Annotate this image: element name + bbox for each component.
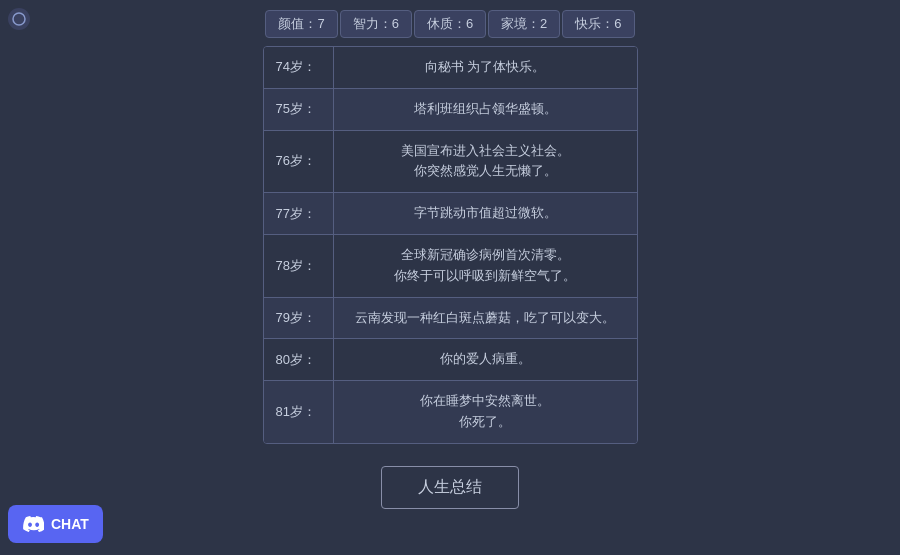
event-age: 80岁： [264,339,334,380]
event-row: 77岁：字节跳动市值超过微软。 [264,193,637,235]
event-row: 75岁：塔利班组织占领华盛顿。 [264,89,637,131]
event-age: 79岁： [264,298,334,339]
event-text: 你的爱人病重。 [334,339,637,380]
event-text: 云南发现一种红白斑点蘑菇，吃了可以变大。 [334,298,637,339]
event-age: 75岁： [264,89,334,130]
events-table: 74岁：向秘书 为了体快乐。75岁：塔利班组织占领华盛顿。76岁：美国宣布进入社… [263,46,638,444]
event-text: 向秘书 为了体快乐。 [334,47,637,88]
logo-icon [8,8,30,30]
summary-button[interactable]: 人生总结 [381,466,519,509]
event-text: 字节跳动市值超过微软。 [334,193,637,234]
event-row: 81岁：你在睡梦中安然离世。你死了。 [264,381,637,443]
stat-item: 快乐：6 [562,10,634,38]
stat-item: 家境：2 [488,10,560,38]
event-row: 76岁：美国宣布进入社会主义社会。你突然感觉人生无懒了。 [264,131,637,194]
stat-item: 颜值：7 [265,10,337,38]
svg-point-0 [13,13,25,25]
event-row: 79岁：云南发现一种红白斑点蘑菇，吃了可以变大。 [264,298,637,340]
event-row: 78岁：全球新冠确诊病例首次清零。你终于可以呼吸到新鲜空气了。 [264,235,637,298]
event-age: 76岁： [264,131,334,193]
stats-bar: 颜值：7智力：6休质：6家境：2快乐：6 [0,0,900,46]
stat-item: 休质：6 [414,10,486,38]
chat-label: CHAT [51,516,89,532]
event-age: 77岁： [264,193,334,234]
event-text: 你在睡梦中安然离世。你死了。 [334,381,637,443]
event-age: 81岁： [264,381,334,443]
event-age: 74岁： [264,47,334,88]
discord-icon [22,513,44,535]
event-text: 塔利班组织占领华盛顿。 [334,89,637,130]
event-age: 78岁： [264,235,334,297]
event-text: 全球新冠确诊病例首次清零。你终于可以呼吸到新鲜空气了。 [334,235,637,297]
event-row: 80岁：你的爱人病重。 [264,339,637,381]
event-row: 74岁：向秘书 为了体快乐。 [264,47,637,89]
event-text: 美国宣布进入社会主义社会。你突然感觉人生无懒了。 [334,131,637,193]
chat-button[interactable]: CHAT [8,505,103,543]
stat-item: 智力：6 [340,10,412,38]
